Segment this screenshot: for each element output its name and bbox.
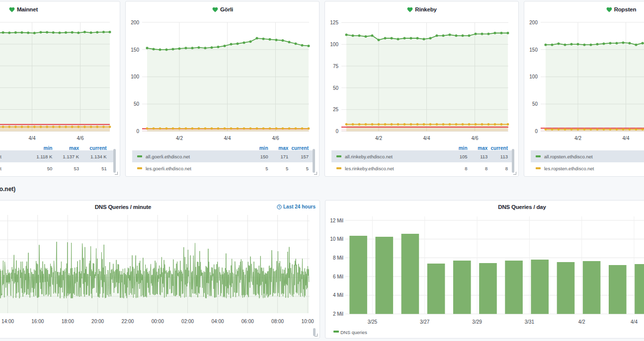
svg-text:200: 200 (529, 20, 538, 25)
svg-text:150: 150 (131, 47, 139, 53)
svg-text:2 Mil: 2 Mil (333, 311, 343, 317)
svg-text:4/2: 4/2 (176, 136, 183, 141)
svg-text:4/4: 4/4 (29, 136, 36, 141)
svg-text:4/4: 4/4 (224, 136, 231, 141)
svg-text:0: 0 (535, 129, 538, 134)
svg-text:3/29: 3/29 (472, 319, 482, 325)
svg-text:08:00: 08:00 (271, 319, 284, 324)
svg-text:10 Mil: 10 Mil (330, 236, 343, 242)
svg-text:6 Mil: 6 Mil (333, 274, 343, 279)
svg-text:50: 50 (134, 101, 140, 107)
svg-text:4/2: 4/2 (574, 136, 581, 141)
svg-text:75: 75 (333, 64, 339, 69)
svg-text:4/2: 4/2 (375, 136, 382, 141)
svg-text:0: 0 (136, 129, 139, 134)
svg-text:4/6: 4/6 (472, 136, 479, 141)
svg-text:25: 25 (333, 107, 339, 112)
svg-text:12 Mil: 12 Mil (330, 218, 343, 223)
svg-text:04:00: 04:00 (211, 319, 224, 324)
svg-text:100: 100 (131, 74, 139, 79)
svg-text:3/31: 3/31 (525, 319, 535, 325)
svg-text:125: 125 (330, 20, 338, 25)
svg-text:06:00: 06:00 (242, 319, 254, 324)
svg-text:02:00: 02:00 (181, 319, 194, 324)
svg-text:4/4: 4/4 (623, 136, 630, 141)
svg-text:00:00: 00:00 (152, 319, 164, 324)
svg-text:50: 50 (333, 85, 339, 91)
svg-text:3/25: 3/25 (368, 319, 378, 325)
svg-text:3/27: 3/27 (420, 319, 430, 325)
svg-text:4/6: 4/6 (272, 136, 279, 141)
svg-text:10:00: 10:00 (301, 319, 314, 324)
svg-text:20:00: 20:00 (91, 319, 104, 324)
svg-text:4/2: 4/2 (578, 319, 585, 325)
svg-text:14:00: 14:00 (1, 319, 14, 324)
svg-text:4/4: 4/4 (423, 136, 430, 141)
svg-text:16:00: 16:00 (31, 319, 44, 324)
svg-text:8 Mil: 8 Mil (333, 255, 343, 261)
svg-text:4 Mil: 4 Mil (333, 292, 343, 298)
svg-text:22:00: 22:00 (121, 319, 134, 324)
svg-text:4/6: 4/6 (77, 136, 84, 141)
svg-text:150: 150 (529, 47, 538, 53)
svg-text:50: 50 (532, 101, 538, 107)
svg-text:18:00: 18:00 (62, 319, 74, 324)
svg-text:100: 100 (330, 42, 338, 47)
svg-text:0: 0 (335, 129, 338, 134)
svg-text:4/4: 4/4 (631, 319, 638, 325)
svg-text:100: 100 (529, 74, 538, 79)
svg-text:200: 200 (131, 20, 139, 25)
